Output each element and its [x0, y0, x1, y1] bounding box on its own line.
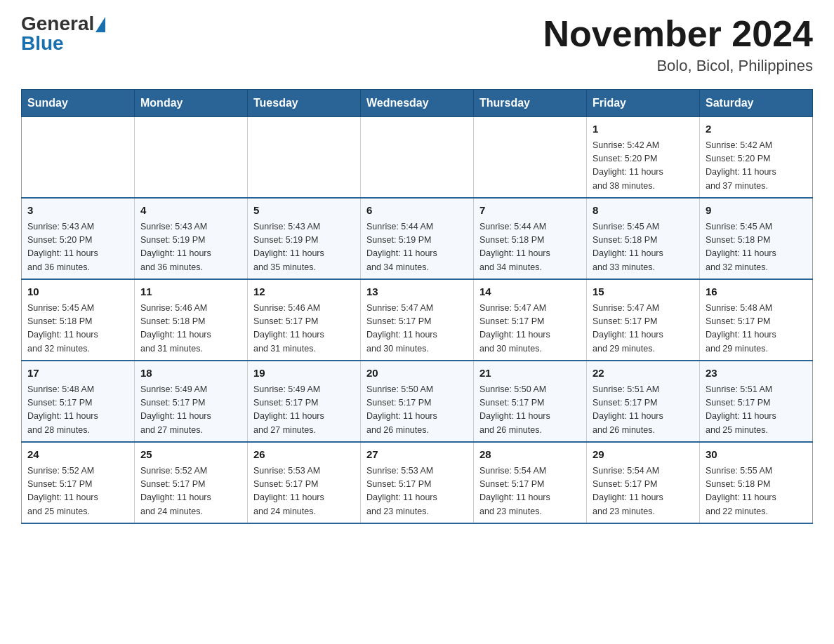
- day-info: Sunrise: 5:53 AMSunset: 5:17 PMDaylight:…: [253, 464, 355, 519]
- day-number: 22: [593, 365, 694, 382]
- day-info: Sunrise: 5:44 AMSunset: 5:18 PMDaylight:…: [479, 220, 581, 275]
- calendar-cell: 10Sunrise: 5:45 AMSunset: 5:18 PMDayligh…: [22, 279, 135, 361]
- calendar-cell: 29Sunrise: 5:54 AMSunset: 5:17 PMDayligh…: [587, 442, 700, 523]
- day-number: 12: [253, 284, 355, 300]
- day-number: 10: [27, 284, 128, 300]
- calendar-cell: 17Sunrise: 5:48 AMSunset: 5:17 PMDayligh…: [22, 361, 135, 442]
- day-info: Sunrise: 5:44 AMSunset: 5:19 PMDaylight:…: [366, 220, 468, 275]
- calendar-cell: 16Sunrise: 5:48 AMSunset: 5:17 PMDayligh…: [700, 279, 813, 361]
- day-info: Sunrise: 5:46 AMSunset: 5:18 PMDaylight:…: [140, 302, 241, 356]
- day-info: Sunrise: 5:51 AMSunset: 5:17 PMDaylight:…: [706, 383, 807, 438]
- title-block: November 2024 Bolo, Bicol, Philippines: [543, 14, 813, 75]
- day-info: Sunrise: 5:47 AMSunset: 5:17 PMDaylight:…: [366, 302, 468, 356]
- day-info: Sunrise: 5:54 AMSunset: 5:17 PMDaylight:…: [479, 464, 581, 519]
- day-info: Sunrise: 5:45 AMSunset: 5:18 PMDaylight:…: [27, 302, 128, 356]
- day-info: Sunrise: 5:50 AMSunset: 5:17 PMDaylight:…: [366, 383, 468, 438]
- day-number: 3: [27, 203, 128, 219]
- calendar-header-row: SundayMondayTuesdayWednesdayThursdayFrid…: [22, 90, 813, 117]
- day-info: Sunrise: 5:55 AMSunset: 5:18 PMDaylight:…: [706, 464, 807, 519]
- calendar-cell: 8Sunrise: 5:45 AMSunset: 5:18 PMDaylight…: [587, 198, 700, 279]
- calendar-cell: 7Sunrise: 5:44 AMSunset: 5:18 PMDaylight…: [474, 198, 587, 279]
- day-number: 4: [140, 203, 241, 219]
- day-info: Sunrise: 5:53 AMSunset: 5:17 PMDaylight:…: [366, 464, 468, 519]
- day-number: 6: [366, 203, 468, 219]
- day-info: Sunrise: 5:52 AMSunset: 5:17 PMDaylight:…: [140, 464, 241, 519]
- calendar-cell: 20Sunrise: 5:50 AMSunset: 5:17 PMDayligh…: [361, 361, 474, 442]
- calendar-cell: 14Sunrise: 5:47 AMSunset: 5:17 PMDayligh…: [474, 279, 587, 361]
- day-number: 30: [706, 447, 807, 463]
- day-number: 23: [706, 365, 807, 382]
- calendar-cell: 5Sunrise: 5:43 AMSunset: 5:19 PMDaylight…: [248, 198, 361, 279]
- calendar-cell: 18Sunrise: 5:49 AMSunset: 5:17 PMDayligh…: [135, 361, 248, 442]
- calendar-cell: [135, 117, 248, 199]
- day-info: Sunrise: 5:48 AMSunset: 5:17 PMDaylight:…: [706, 302, 807, 356]
- day-info: Sunrise: 5:46 AMSunset: 5:17 PMDaylight:…: [253, 302, 355, 356]
- logo-blue-text: Blue: [21, 34, 64, 53]
- day-number: 15: [593, 284, 694, 300]
- calendar-cell: 11Sunrise: 5:46 AMSunset: 5:18 PMDayligh…: [135, 279, 248, 361]
- day-number: 26: [253, 447, 355, 463]
- calendar-cell: 26Sunrise: 5:53 AMSunset: 5:17 PMDayligh…: [248, 442, 361, 523]
- day-info: Sunrise: 5:43 AMSunset: 5:19 PMDaylight:…: [140, 220, 241, 275]
- calendar-cell: 23Sunrise: 5:51 AMSunset: 5:17 PMDayligh…: [700, 361, 813, 442]
- day-info: Sunrise: 5:54 AMSunset: 5:17 PMDaylight:…: [593, 464, 694, 519]
- logo-triangle-icon: [95, 17, 105, 32]
- day-info: Sunrise: 5:43 AMSunset: 5:19 PMDaylight:…: [253, 220, 355, 275]
- day-number: 19: [253, 365, 355, 382]
- day-number: 5: [253, 203, 355, 219]
- calendar-cell: 6Sunrise: 5:44 AMSunset: 5:19 PMDaylight…: [361, 198, 474, 279]
- calendar-week-row: 24Sunrise: 5:52 AMSunset: 5:17 PMDayligh…: [22, 442, 813, 523]
- calendar-day-header: Monday: [135, 90, 248, 117]
- day-number: 9: [706, 203, 807, 219]
- day-info: Sunrise: 5:42 AMSunset: 5:20 PMDaylight:…: [706, 139, 807, 194]
- day-info: Sunrise: 5:47 AMSunset: 5:17 PMDaylight:…: [593, 302, 694, 356]
- calendar-cell: [22, 117, 135, 199]
- page-header: General Blue November 2024 Bolo, Bicol, …: [21, 14, 813, 75]
- calendar-day-header: Saturday: [700, 90, 813, 117]
- day-info: Sunrise: 5:51 AMSunset: 5:17 PMDaylight:…: [593, 383, 694, 438]
- day-number: 13: [366, 284, 468, 300]
- calendar-cell: 22Sunrise: 5:51 AMSunset: 5:17 PMDayligh…: [587, 361, 700, 442]
- month-year-title: November 2024: [543, 14, 813, 54]
- day-info: Sunrise: 5:45 AMSunset: 5:18 PMDaylight:…: [593, 220, 694, 275]
- calendar-week-row: 1Sunrise: 5:42 AMSunset: 5:20 PMDaylight…: [22, 117, 813, 199]
- day-info: Sunrise: 5:45 AMSunset: 5:18 PMDaylight:…: [706, 220, 807, 275]
- calendar-cell: 24Sunrise: 5:52 AMSunset: 5:17 PMDayligh…: [22, 442, 135, 523]
- calendar-day-header: Tuesday: [248, 90, 361, 117]
- calendar-week-row: 3Sunrise: 5:43 AMSunset: 5:20 PMDaylight…: [22, 198, 813, 279]
- calendar-cell: 21Sunrise: 5:50 AMSunset: 5:17 PMDayligh…: [474, 361, 587, 442]
- day-number: 27: [366, 447, 468, 463]
- calendar-cell: 30Sunrise: 5:55 AMSunset: 5:18 PMDayligh…: [700, 442, 813, 523]
- day-number: 2: [706, 121, 807, 137]
- day-info: Sunrise: 5:42 AMSunset: 5:20 PMDaylight:…: [593, 139, 694, 194]
- day-number: 16: [706, 284, 807, 300]
- day-info: Sunrise: 5:48 AMSunset: 5:17 PMDaylight:…: [27, 383, 128, 438]
- calendar-cell: [361, 117, 474, 199]
- logo-general-text: General: [21, 14, 94, 34]
- calendar-table: SundayMondayTuesdayWednesdayThursdayFrid…: [21, 89, 813, 524]
- day-number: 29: [593, 447, 694, 463]
- location-title: Bolo, Bicol, Philippines: [543, 57, 813, 75]
- calendar-cell: 25Sunrise: 5:52 AMSunset: 5:17 PMDayligh…: [135, 442, 248, 523]
- day-info: Sunrise: 5:50 AMSunset: 5:17 PMDaylight:…: [479, 383, 581, 438]
- calendar-day-header: Friday: [587, 90, 700, 117]
- day-number: 17: [27, 365, 128, 382]
- calendar-cell: 13Sunrise: 5:47 AMSunset: 5:17 PMDayligh…: [361, 279, 474, 361]
- calendar-cell: 4Sunrise: 5:43 AMSunset: 5:19 PMDaylight…: [135, 198, 248, 279]
- calendar-cell: 15Sunrise: 5:47 AMSunset: 5:17 PMDayligh…: [587, 279, 700, 361]
- calendar-cell: 9Sunrise: 5:45 AMSunset: 5:18 PMDaylight…: [700, 198, 813, 279]
- calendar-week-row: 17Sunrise: 5:48 AMSunset: 5:17 PMDayligh…: [22, 361, 813, 442]
- calendar-cell: 12Sunrise: 5:46 AMSunset: 5:17 PMDayligh…: [248, 279, 361, 361]
- day-number: 1: [593, 121, 694, 137]
- calendar-cell: 19Sunrise: 5:49 AMSunset: 5:17 PMDayligh…: [248, 361, 361, 442]
- calendar-day-header: Sunday: [22, 90, 135, 117]
- calendar-cell: 2Sunrise: 5:42 AMSunset: 5:20 PMDaylight…: [700, 117, 813, 199]
- day-number: 8: [593, 203, 694, 219]
- day-number: 24: [27, 447, 128, 463]
- day-number: 20: [366, 365, 468, 382]
- day-number: 11: [140, 284, 241, 300]
- day-info: Sunrise: 5:47 AMSunset: 5:17 PMDaylight:…: [479, 302, 581, 356]
- day-info: Sunrise: 5:43 AMSunset: 5:20 PMDaylight:…: [27, 220, 128, 275]
- calendar-day-header: Wednesday: [361, 90, 474, 117]
- day-number: 25: [140, 447, 241, 463]
